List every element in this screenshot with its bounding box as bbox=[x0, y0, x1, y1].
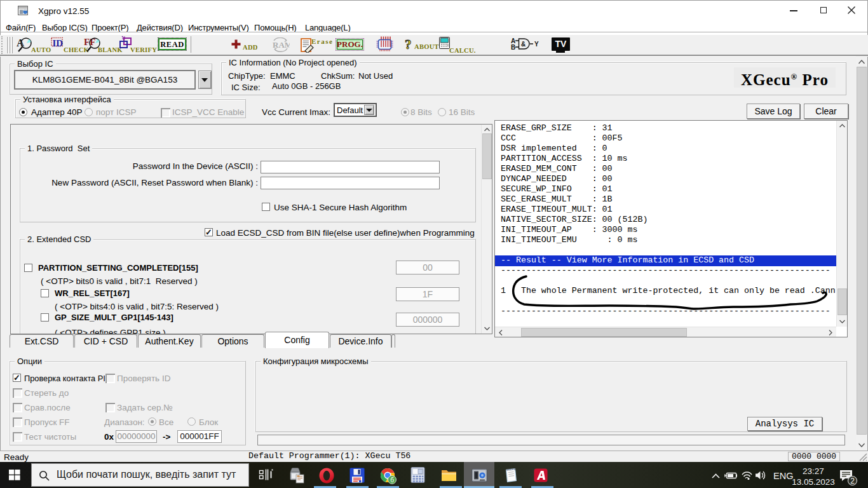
svg-text:B: B bbox=[511, 44, 515, 50]
svg-text:&: & bbox=[521, 41, 526, 48]
svg-text:RAM: RAM bbox=[273, 40, 290, 50]
svg-text:б: б bbox=[390, 477, 394, 484]
svg-text:2: 2 bbox=[850, 477, 855, 485]
svg-text:ID: ID bbox=[53, 38, 64, 48]
svg-text:Y: Y bbox=[534, 41, 539, 48]
svg-text:?: ? bbox=[405, 38, 412, 52]
